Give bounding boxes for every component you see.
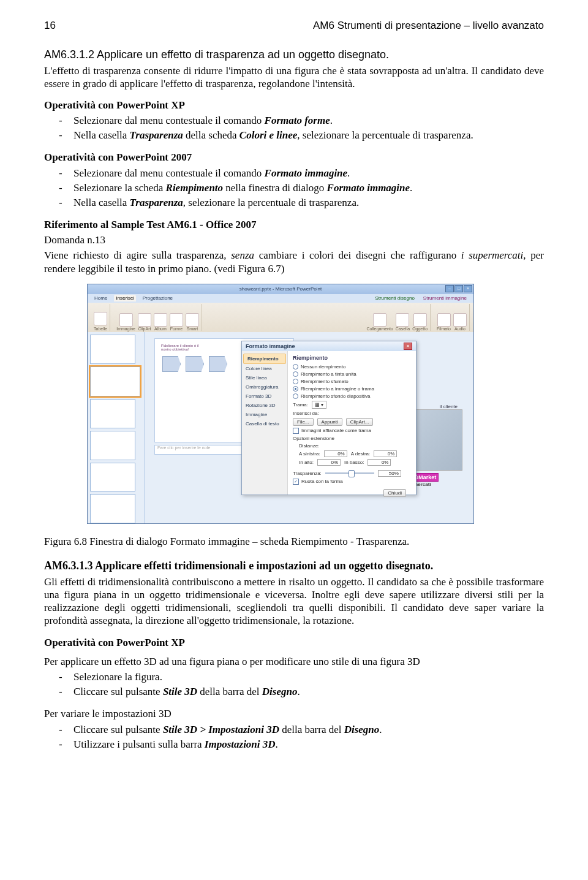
nav-stile-linea[interactable]: Stile linea <box>242 373 287 382</box>
bottom-offset[interactable]: 0% <box>368 459 391 466</box>
list-item: Selezionare dal menu contestuale il coma… <box>74 167 544 180</box>
list-item: Selezionare dal menu contestuale il coma… <box>74 114 544 127</box>
file-button[interactable]: File... <box>293 418 314 426</box>
ctx-tab-draw[interactable]: Strumenti disegno <box>373 295 416 302</box>
left-offset[interactable]: 0% <box>324 450 347 457</box>
textbox-icon[interactable] <box>396 313 409 327</box>
tab-inserisci[interactable]: Inserisci <box>114 295 135 302</box>
pentagon-shape[interactable] <box>162 356 181 372</box>
nav-formato-3d[interactable]: Formato 3D <box>242 392 287 401</box>
tab-home[interactable]: Home <box>92 295 109 302</box>
dialog-titlebar: Formato immagine × <box>242 341 416 351</box>
clipart-button[interactable]: ClipArt... <box>346 418 374 426</box>
slide-thumb[interactable] <box>90 431 135 460</box>
radio-gradient[interactable]: Riempimento sfumato <box>293 379 411 384</box>
radio-none[interactable]: Nessun riempimento <box>293 364 411 370</box>
pane-heading: Riempimento <box>293 355 411 361</box>
nav-casella-testo[interactable]: Casella di testo <box>242 419 287 428</box>
doc-title: AM6 Strumenti di presentazione – livello… <box>313 20 544 32</box>
radio-slide-bg[interactable]: Riempimento sfondo diapositiva <box>293 393 411 399</box>
sample-ref-head: Riferimento al Sample Test AM6.1 - Offic… <box>44 218 544 231</box>
texture-picker[interactable]: ▦ ▾ <box>312 401 326 409</box>
ctx-tab-image[interactable]: Strumenti immagine <box>421 295 469 302</box>
slide-thumb[interactable] <box>90 494 135 523</box>
image-icon[interactable] <box>119 313 133 327</box>
table-icon[interactable] <box>94 312 107 325</box>
close-button[interactable]: Chiudi <box>383 489 406 497</box>
ribbon-tabs[interactable]: Home Inserisci Progettazione Strumenti d… <box>88 294 473 303</box>
transparency-value[interactable]: 50% <box>378 470 401 477</box>
radio-solid[interactable]: Riempimento a tinta unita <box>293 371 411 377</box>
powerpoint-window: showcard.pptx - Microsoft PowerPoint – □… <box>87 284 474 524</box>
slide-thumb[interactable] <box>90 366 140 397</box>
tab-progettazione[interactable]: Progettazione <box>141 295 175 302</box>
maximize-icon[interactable]: □ <box>454 285 463 292</box>
radio-picture[interactable]: Riempimento a immagine o trama <box>293 386 411 392</box>
dialog-pane: Riempimento Nessun riempimento Riempimen… <box>288 351 416 495</box>
dialog-nav: Riempimento Colore linea Stile linea Omb… <box>242 351 288 495</box>
slide-title: Fidelizzare il cliente è ilnostro obbiet… <box>161 344 199 351</box>
slide-stage: Fidelizzare il cliente è ilnostro obbiet… <box>145 332 473 524</box>
slide-thumb[interactable] <box>90 399 135 428</box>
page-number: 16 <box>44 20 56 32</box>
nav-ombreggiatura[interactable]: Ombreggiatura <box>242 382 287 392</box>
clipart-icon[interactable] <box>138 313 151 327</box>
clipboard-button[interactable]: Appunti <box>317 418 342 426</box>
window-titlebar: showcard.pptx - Microsoft PowerPoint – □… <box>88 284 473 294</box>
movie-icon[interactable] <box>437 313 451 327</box>
close-icon[interactable]: × <box>464 285 472 292</box>
list-item: Selezionare la figura. <box>74 670 544 684</box>
xp3-lead: Per variare le impostazioni 3D <box>44 707 544 720</box>
section-heading-2: AM6.3.1.3 Applicare effetti tridimension… <box>44 559 544 573</box>
object-icon[interactable] <box>413 313 427 327</box>
nav-rotazione-3d[interactable]: Rotazione 3D <box>242 401 287 410</box>
slide-thumb[interactable] <box>90 335 135 364</box>
right-offset[interactable]: 0% <box>374 450 397 457</box>
xp2-heading: Operatività con PowerPoint XP <box>44 636 544 649</box>
sample-ref-body: Viene richiesto di agire sulla trasparen… <box>44 249 544 275</box>
smartart-icon[interactable] <box>186 313 199 327</box>
minimize-icon[interactable]: – <box>445 285 454 292</box>
slide-thumb[interactable] <box>90 463 135 492</box>
list-item: Selezionare la scheda Riempimento nella … <box>74 181 544 195</box>
format-picture-dialog: Formato immagine × Riempimento Colore li… <box>241 341 417 495</box>
figure-caption: Figura 6.8 Finestra di dialogo Formato i… <box>44 535 544 548</box>
p07-heading: Operatività con PowerPoint 2007 <box>44 151 544 164</box>
link-icon[interactable] <box>373 313 386 327</box>
top-offset[interactable]: 0% <box>317 459 341 466</box>
slide-thumbnails[interactable] <box>88 332 145 524</box>
xp2-lead: Per applicare un effetto 3D ad una figur… <box>44 655 544 668</box>
list-item: Cliccare sul pulsante Stile 3D > Imposta… <box>74 723 544 737</box>
list-item: Utilizzare i pulsanti sulla barra Impost… <box>74 738 544 751</box>
dialog-close-icon[interactable]: × <box>404 343 412 350</box>
section-intro-1: L'effetto di trasparenza consente di rid… <box>44 64 544 91</box>
xp-heading: Operatività con PowerPoint XP <box>44 99 544 112</box>
transparency-slider[interactable] <box>325 470 374 476</box>
section-heading-1: AM6.3.1.2 Applicare un effetto di traspa… <box>44 48 544 62</box>
section-intro-2: Gli effetti di tridimensionalità contrib… <box>44 575 544 628</box>
ribbon: Tabelle Immagine ClipArt Album Forme Sma… <box>88 303 473 332</box>
nav-immagine[interactable]: Immagine <box>242 410 287 419</box>
pentagon-shape[interactable] <box>209 356 227 372</box>
nav-colore-linea[interactable]: Colore linea <box>242 364 287 373</box>
list-item: Cliccare sul pulsante Stile 3D della bar… <box>74 685 544 699</box>
nav-riempimento[interactable]: Riempimento <box>243 354 286 364</box>
list-item: Nella casella Trasparenza della scheda C… <box>74 129 544 142</box>
album-icon[interactable] <box>154 313 167 327</box>
audio-icon[interactable] <box>453 313 467 327</box>
shapes-icon[interactable] <box>170 313 183 327</box>
sample-ref-question: Domanda n.13 <box>44 233 544 246</box>
tile-checkbox[interactable]: Immagini affiancate come trama <box>293 428 411 434</box>
pentagon-shape[interactable] <box>186 356 204 372</box>
list-item: Nella casella Trasparenza, selezionare l… <box>74 196 544 210</box>
rotate-checkbox[interactable]: ✓Ruota con la forma <box>293 479 411 485</box>
